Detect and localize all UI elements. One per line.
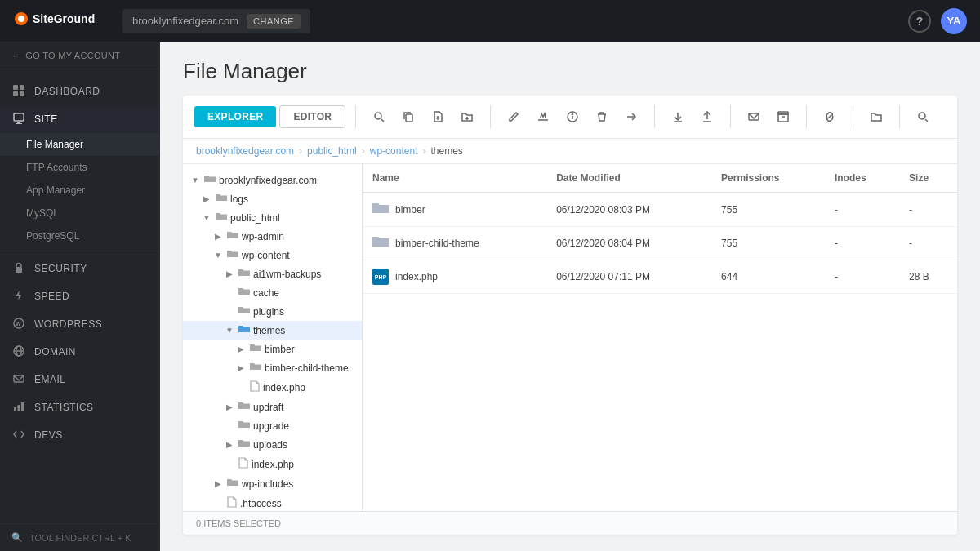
- tree-item-plugins[interactable]: plugins: [183, 302, 362, 321]
- sidebar-item-statistics[interactable]: STATISTICS: [0, 393, 159, 421]
- fm-tree: ▼brooklynfixedgear.com▶logs▼public_html▶…: [183, 164, 363, 511]
- svg-rect-5: [13, 91, 18, 96]
- tree-item-updraft[interactable]: ▶updraft: [183, 398, 362, 416]
- tree-item-wp-content[interactable]: ▼wp-content: [183, 246, 362, 264]
- table-row[interactable]: bimber-child-theme06/12/2020 08:04 PM755…: [363, 227, 957, 260]
- tree-arrow-bimber-child-tree: ▶: [235, 363, 247, 372]
- file-inodes-cell: -: [825, 260, 899, 294]
- info-button[interactable]: [559, 104, 586, 130]
- folder-toolbar-button[interactable]: [863, 104, 889, 130]
- app-manager-label: App Manager: [26, 184, 85, 196]
- table-row[interactable]: PHPindex.php06/12/2020 07:11 PM644-28 B: [363, 260, 957, 294]
- tree-item-index-php-themes[interactable]: index.php: [183, 377, 362, 398]
- tool-finder[interactable]: 🔍 TOOL FINDER CTRL + K: [0, 523, 159, 551]
- new-folder-button[interactable]: [454, 104, 480, 130]
- postgresql-label: PostgreSQL: [26, 230, 79, 242]
- tree-item-htaccess[interactable]: .htaccess: [183, 493, 362, 511]
- breadcrumb-part-1[interactable]: public_html: [307, 145, 357, 157]
- avatar[interactable]: YA: [941, 8, 967, 34]
- col-inodes: Inodes: [825, 164, 899, 193]
- svg-line-22: [381, 119, 384, 122]
- tree-label-public_html: public_html: [230, 212, 280, 224]
- sidebar-item-file-manager[interactable]: File Manager: [0, 133, 159, 156]
- email-toolbar-button[interactable]: [741, 104, 767, 130]
- tree-item-uploads[interactable]: ▶uploads: [183, 435, 362, 454]
- sidebar-item-wordpress[interactable]: W WORDPRESS: [0, 310, 159, 338]
- move-button[interactable]: [618, 104, 644, 130]
- download-button[interactable]: [665, 104, 691, 130]
- toolbar-divider-1: [355, 105, 356, 128]
- sidebar-item-email[interactable]: EMAIL: [0, 366, 159, 393]
- tree-item-bimber-tree[interactable]: ▶bimber: [183, 340, 362, 358]
- tree-item-bimber-child-tree[interactable]: ▶bimber-child-theme: [183, 358, 362, 377]
- explorer-tab[interactable]: EXPLORER: [194, 106, 276, 127]
- search-icon: 🔍: [11, 532, 23, 543]
- tree-label-updraft: updraft: [253, 402, 283, 413]
- tree-item-themes[interactable]: ▼themes: [183, 321, 362, 340]
- sidebar-item-domain[interactable]: DOMAIN: [0, 338, 159, 366]
- lightning-icon: [13, 290, 26, 303]
- sidebar-item-devs[interactable]: DEVS: [0, 421, 159, 449]
- folder-icon-upgrade: [238, 420, 250, 432]
- sidebar-item-postgresql[interactable]: PostgreSQL: [0, 224, 159, 247]
- sidebar-item-site[interactable]: SITE: [0, 105, 159, 133]
- folder-icon-bimber-tree: [250, 343, 261, 355]
- sidebar-item-app-manager[interactable]: App Manager: [0, 179, 159, 202]
- file-name-text: index.php: [395, 271, 438, 282]
- code-icon: [13, 429, 26, 442]
- sidebar-item-ftp-accounts[interactable]: FTP Accounts: [0, 156, 159, 179]
- tree-item-cache[interactable]: cache: [183, 283, 362, 302]
- email-label: EMAIL: [34, 374, 66, 385]
- tree-item-upgrade[interactable]: upgrade: [183, 416, 362, 435]
- edit-button[interactable]: [501, 104, 527, 130]
- top-nav: SiteGround brooklynfixedgear.com CHANGE …: [0, 0, 980, 42]
- sidebar-item-security[interactable]: SECURITY: [0, 255, 159, 282]
- file-name-text: bimber-child-theme: [395, 238, 479, 249]
- file-size-cell: -: [899, 227, 957, 260]
- app-body: ← GO TO MY ACCOUNT DASHBOARD: [0, 42, 980, 551]
- file-size-cell: 28 B: [899, 260, 957, 294]
- tree-item-index-php-wpcontent[interactable]: index.php: [183, 454, 362, 474]
- files-header-row: Name Date Modified Permissions Inodes Si…: [363, 164, 957, 193]
- svg-point-40: [919, 113, 925, 119]
- tree-item-root[interactable]: ▼brooklynfixedgear.com: [183, 171, 362, 189]
- tree-item-wp-admin[interactable]: ▶wp-admin: [183, 227, 362, 246]
- toolbar-divider-7: [899, 105, 900, 128]
- help-button[interactable]: ?: [908, 10, 931, 33]
- sidebar: ← GO TO MY ACCOUNT DASHBOARD: [0, 42, 160, 551]
- breadcrumb-part-0[interactable]: brooklynfixedgear.com: [196, 145, 294, 157]
- file-size-cell: -: [899, 193, 957, 227]
- breadcrumb-part-2[interactable]: wp-content: [370, 145, 418, 157]
- archive-button[interactable]: [770, 104, 796, 130]
- table-row[interactable]: bimber06/12/2020 08:03 PM755--: [363, 193, 957, 227]
- page-header: File Manager: [160, 42, 980, 96]
- svg-point-30: [572, 114, 573, 115]
- tree-item-ai1wm-backups[interactable]: ▶ai1wm-backups: [183, 264, 362, 283]
- sidebar-item-dashboard[interactable]: DASHBOARD: [0, 78, 159, 105]
- domain-badge: brooklynfixedgear.com CHANGE: [122, 9, 310, 33]
- delete-button[interactable]: [589, 104, 615, 130]
- file-name-cell: bimber-child-theme: [363, 227, 546, 260]
- go-back-link[interactable]: ← GO TO MY ACCOUNT: [0, 42, 159, 69]
- folder-icon: [372, 235, 389, 251]
- col-size: Size: [899, 164, 957, 193]
- tree-label-uploads: uploads: [253, 439, 287, 451]
- files-tbody: bimber06/12/2020 08:03 PM755--bimber-chi…: [363, 193, 957, 294]
- rename-button[interactable]: [530, 104, 556, 130]
- tree-label-htaccess: .htaccess: [240, 498, 282, 509]
- upload-button[interactable]: [694, 104, 720, 130]
- change-button[interactable]: CHANGE: [247, 14, 301, 29]
- toolbar-divider-2: [490, 105, 491, 128]
- new-file-button[interactable]: [425, 104, 451, 130]
- tree-item-logs[interactable]: ▶logs: [183, 189, 362, 208]
- link-button[interactable]: [817, 104, 843, 130]
- sidebar-item-speed[interactable]: SPEED: [0, 282, 159, 310]
- editor-tab[interactable]: EDITOR: [279, 105, 345, 128]
- tree-item-public_html[interactable]: ▼public_html: [183, 208, 362, 227]
- sidebar-item-mysql[interactable]: MySQL: [0, 202, 159, 224]
- file-name-cell: PHPindex.php: [363, 260, 546, 294]
- copy-toolbar-button[interactable]: [395, 104, 421, 130]
- tree-item-wp-includes[interactable]: ▶wp-includes: [183, 474, 362, 493]
- search2-toolbar-button[interactable]: [910, 104, 936, 130]
- search-toolbar-button[interactable]: [366, 104, 392, 130]
